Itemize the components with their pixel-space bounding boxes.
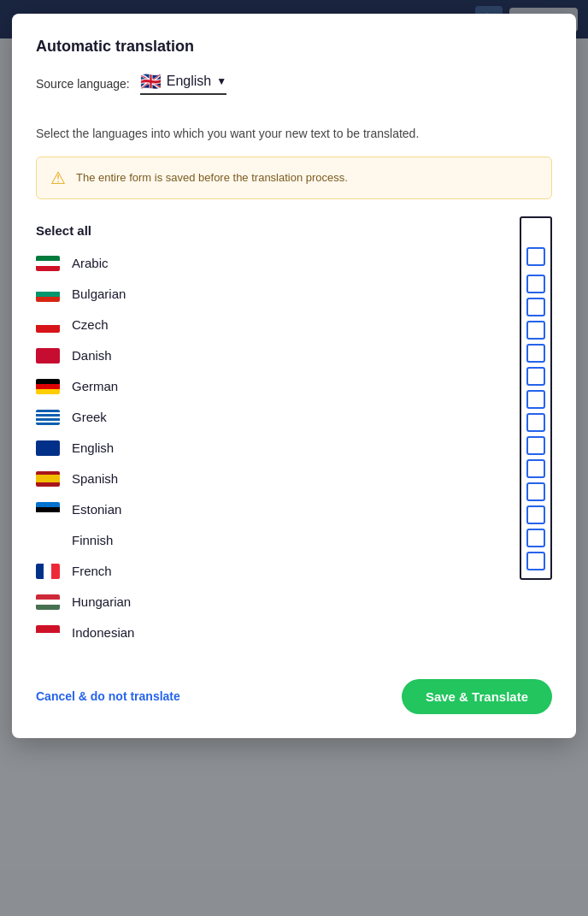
language-name: Arabic — [72, 256, 552, 270]
source-language-dropdown[interactable]: 🇬🇧 English ▼ — [140, 73, 226, 95]
source-language-value: English — [167, 74, 211, 89]
save-translate-button[interactable]: Save & Translate — [402, 679, 552, 714]
language-checkbox[interactable] — [526, 275, 545, 293]
language-row: French — [36, 556, 552, 587]
language-row: English — [36, 433, 552, 464]
modal-dialog: Automatic translation Source language: 🇬… — [12, 14, 576, 738]
modal-footer: Cancel & do not translate Save & Transla… — [36, 669, 552, 714]
language-row: Bulgarian — [36, 279, 552, 310]
language-row: Czech — [36, 310, 552, 340]
language-name: Spanish — [72, 471, 552, 486]
language-checkbox[interactable] — [526, 321, 545, 340]
select-all-checkbox[interactable] — [526, 247, 545, 266]
language-row: Finnish — [36, 525, 552, 556]
language-checkbox[interactable] — [526, 344, 545, 363]
select-all-label: Select all — [36, 223, 91, 238]
checkbox-items-container — [526, 270, 545, 575]
language-checkbox[interactable] — [526, 505, 545, 524]
language-flag-icon — [36, 594, 60, 610]
dropdown-arrow-icon: ▼ — [216, 75, 226, 87]
language-name: Estonian — [72, 502, 552, 517]
language-checkbox[interactable] — [526, 459, 545, 478]
language-flag-icon — [36, 317, 60, 333]
language-name: Czech — [72, 317, 552, 332]
source-flag-icon: 🇬🇧 — [140, 73, 162, 90]
language-name: Bulgarian — [72, 287, 552, 301]
language-checkbox[interactable] — [526, 436, 545, 455]
language-flag-icon — [36, 287, 60, 302]
language-row: Greek — [36, 402, 552, 433]
language-flag-icon — [36, 410, 60, 425]
language-list: Select all ArabicBulgarianCzechDanishGer… — [36, 216, 552, 648]
language-flag-icon — [36, 440, 60, 456]
language-row: German — [36, 371, 552, 402]
language-checkbox[interactable] — [526, 413, 545, 432]
select-all-row: Select all — [36, 216, 552, 245]
language-checkbox[interactable] — [526, 529, 545, 547]
language-name: Danish — [72, 348, 552, 363]
cancel-button[interactable]: Cancel & do not translate — [36, 683, 180, 710]
language-checkbox[interactable] — [526, 367, 545, 386]
language-name: Greek — [72, 410, 552, 424]
language-flag-icon — [36, 379, 60, 394]
warning-triangle-icon: ⚠ — [50, 168, 66, 188]
checkbox-column — [520, 216, 552, 580]
language-name: French — [72, 564, 552, 578]
language-list-container: Select all ArabicBulgarianCzechDanishGer… — [36, 216, 552, 648]
language-rows: ArabicBulgarianCzechDanishGermanGreekEng… — [36, 248, 552, 648]
language-row: Estonian — [36, 494, 552, 525]
warning-text: The entire form is saved before the tran… — [76, 171, 348, 184]
language-row: Danish — [36, 340, 552, 371]
language-flag-icon — [36, 256, 60, 271]
modal-title: Automatic translation — [36, 38, 552, 56]
language-row: Spanish — [36, 464, 552, 494]
language-flag-icon — [36, 471, 60, 487]
language-flag-icon — [36, 625, 60, 641]
language-name: Indonesian — [72, 625, 552, 640]
language-flag-icon — [36, 348, 60, 363]
language-name: English — [72, 440, 552, 455]
language-checkbox[interactable] — [526, 552, 545, 570]
warning-banner: ⚠ The entire form is saved before the tr… — [36, 157, 552, 199]
language-flag-icon — [36, 533, 60, 548]
language-checkbox[interactable] — [526, 298, 545, 316]
language-row: Arabic — [36, 248, 552, 279]
source-language-row: Source language: 🇬🇧 English ▼ — [36, 73, 552, 109]
source-language-label: Source language: — [36, 77, 130, 91]
modal-overlay: Automatic translation Source language: 🇬… — [0, 0, 588, 916]
language-name: German — [72, 379, 552, 393]
instruction-text: Select the languages into which you want… — [36, 126, 552, 143]
language-flag-icon — [36, 502, 60, 517]
language-checkbox[interactable] — [526, 390, 545, 409]
language-row: Hungarian — [36, 587, 552, 618]
language-row: Indonesian — [36, 618, 552, 648]
language-name: Finnish — [72, 533, 552, 547]
language-flag-icon — [36, 564, 60, 579]
language-name: Hungarian — [72, 594, 552, 609]
language-checkbox[interactable] — [526, 482, 545, 501]
